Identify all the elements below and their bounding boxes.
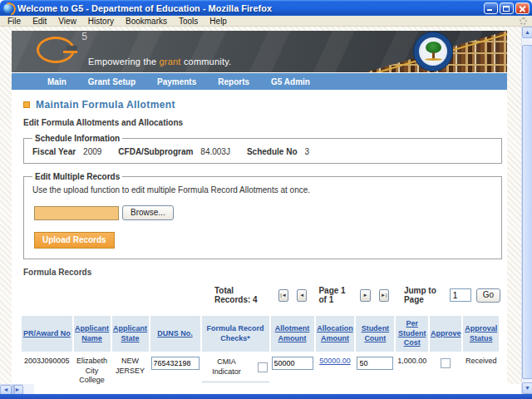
minimize-button[interactable] (484, 2, 498, 14)
formula-records-table: PR/Award No Applicant Name Applicant Sta… (20, 314, 500, 384)
firefox-icon (3, 3, 13, 13)
applicant-name-value: Elizabeth City College (76, 357, 107, 384)
schedule-information-fieldset: Schedule Information Fiscal Year 2009 CF… (23, 134, 502, 164)
next-page-button[interactable]: ► (360, 289, 370, 302)
page-title: Maintain Formula Allotment (36, 99, 175, 111)
edit-multiple-records-legend: Edit Multiple Records (32, 172, 122, 181)
table-header-row: PR/Award No Applicant Name Applicant Sta… (22, 316, 499, 352)
allotment-amount-input[interactable] (272, 357, 313, 370)
menu-history[interactable]: History (82, 16, 120, 27)
last-page-button[interactable]: ►| (379, 289, 389, 302)
cfda-subprogram-label: CFDA/Subprogram (118, 147, 193, 156)
column-approve[interactable]: Approve (431, 329, 461, 337)
maximize-icon (503, 6, 510, 12)
check-row-cmia: CMIA Indicator (202, 353, 269, 382)
menu-help[interactable]: Help (204, 16, 233, 27)
column-pr-award-no[interactable]: PR/Award No (23, 329, 71, 337)
g5-banner: 5 Empowering the grant community. (12, 31, 507, 72)
cmia-indicator-checkbox[interactable] (258, 362, 268, 372)
column-approval-status[interactable]: Approval Status (465, 324, 497, 342)
page-content: 5 Empowering the grant community. Main G… (12, 31, 507, 384)
formula-records-title: Formula Records (23, 268, 500, 277)
pagination-bar: Total Records: 4 |◄ ◄ Page 1 of 1 ► ►| J… (23, 288, 500, 303)
title-bar[interactable]: Welcome to G5 - Department of Education … (0, 0, 532, 16)
menu-view[interactable]: View (52, 16, 82, 27)
column-student-count[interactable]: Student Count (362, 324, 390, 342)
nav-payments[interactable]: Payments (157, 77, 196, 86)
menu-edit[interactable]: Edit (27, 16, 52, 27)
vertical-scrollbar[interactable]: ▲ ▼ (521, 27, 532, 394)
page-background: 5 Empowering the grant community. Main G… (0, 27, 521, 384)
horizontal-scroll-thumb[interactable] (13, 385, 15, 394)
previous-page-button[interactable]: ◄ (297, 289, 307, 302)
column-formula-record-checks: Formula Record Checks* (206, 324, 264, 342)
schedule-information-legend: Schedule Information (32, 134, 122, 143)
applicant-state-value: NEW JERSEY (116, 357, 145, 375)
page-subtitle: Edit Formula Allotments and Allocations (23, 118, 500, 127)
nav-main[interactable]: Main (47, 77, 66, 86)
vertical-scroll-thumb[interactable] (522, 45, 532, 379)
scrollbar-corner (23, 384, 34, 394)
menu-bar: File Edit View History Bookmarks Tools H… (0, 16, 532, 27)
approve-checkbox[interactable] (441, 358, 451, 368)
approval-status-value: Received (466, 357, 497, 365)
schedule-no-label: Schedule No (247, 147, 298, 156)
browser-window: Welcome to G5 - Department of Education … (0, 0, 532, 399)
column-duns-no[interactable]: DUNS No. (157, 329, 193, 337)
horizontal-scrollbar[interactable]: ◄ ► (0, 384, 23, 394)
duns-no-input[interactable] (151, 357, 200, 370)
total-records-label: Total Records: 4 (214, 286, 259, 304)
menu-file[interactable]: File (2, 16, 27, 27)
main-area: Maintain Formula Allotment Edit Formula … (12, 99, 507, 384)
fiscal-year-value: 2009 (83, 147, 101, 156)
browser-viewport: 5 Empowering the grant community. Main G… (0, 27, 532, 384)
table-row: 2003J090005 Elizabeth City College NEW J… (22, 353, 499, 384)
g5-logo-icon: 5 (37, 37, 75, 63)
upload-instructions: Use the upload function to edit multiple… (32, 185, 495, 195)
nav-g5-admin[interactable]: G5 Admin (271, 77, 310, 86)
window-title: Welcome to G5 - Department of Education … (17, 3, 484, 13)
column-allotment-amount[interactable]: Allotment Amount (275, 324, 310, 342)
menu-bookmarks[interactable]: Bookmarks (120, 16, 173, 27)
browse-button[interactable]: Browse... (122, 205, 174, 220)
first-page-button[interactable]: |◄ (278, 289, 288, 302)
jump-to-page-label: Jump to Page (404, 286, 441, 304)
throbber-icon (520, 17, 527, 25)
department-of-education-seal-icon (413, 32, 453, 71)
minimize-icon (487, 9, 492, 11)
bullet-icon (23, 101, 30, 108)
banner-tagline: Empowering the grant community. (88, 57, 231, 66)
menu-tools[interactable]: Tools (173, 16, 204, 27)
fiscal-year-label: Fiscal Year (32, 147, 76, 156)
jump-to-page-input[interactable] (450, 288, 471, 302)
column-per-student-cost[interactable]: Per Student Cost (398, 319, 426, 347)
column-applicant-name[interactable]: Applicant Name (75, 324, 109, 342)
cfda-subprogram-value: 84.003J (200, 147, 230, 156)
column-applicant-state[interactable]: Applicant State (113, 324, 147, 342)
nav-grant-setup[interactable]: Grant Setup (88, 77, 135, 86)
edit-multiple-records-fieldset: Edit Multiple Records Use the upload fun… (23, 172, 502, 259)
page-indicator: Page 1 of 1 (318, 286, 348, 304)
allocation-amount-link[interactable]: 50000.00 (319, 357, 351, 365)
main-navigation: Main Grant Setup Payments Reports G5 Adm… (12, 73, 507, 90)
cmia-indicator-label: CMIA Indicator (204, 357, 250, 377)
maximize-button[interactable] (500, 2, 514, 14)
schedule-no-value: 3 (305, 147, 310, 156)
scroll-up-icon[interactable]: ▲ (522, 27, 532, 38)
nav-reports[interactable]: Reports (218, 77, 249, 86)
column-allocation-amount[interactable]: Allocation Amount (317, 324, 353, 342)
go-button[interactable]: Go (476, 288, 500, 303)
upload-records-button[interactable]: Upload Records (34, 232, 115, 249)
pr-award-no-value: 2003J090005 (24, 357, 70, 365)
per-student-cost-value: 1,000.00 (397, 357, 426, 365)
upload-file-input[interactable] (34, 206, 119, 220)
student-count-input[interactable] (357, 357, 393, 370)
window-bottom-border (0, 394, 532, 399)
close-button[interactable] (515, 2, 530, 14)
